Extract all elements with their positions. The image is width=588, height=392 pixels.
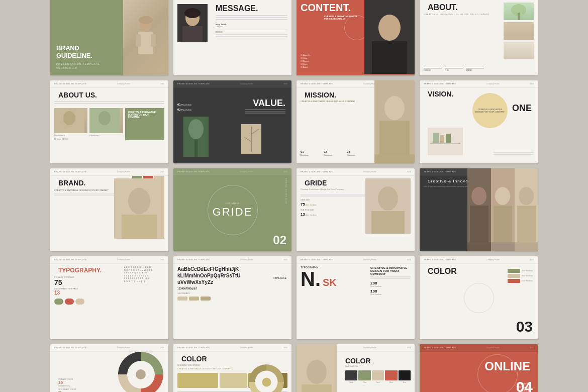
text-line: [494, 151, 534, 152]
col-num: 02: [324, 150, 345, 153]
svg-rect-7: [182, 26, 203, 42]
svg-point-4: [139, 16, 153, 24]
svg-point-8: [184, 8, 201, 18]
swatch-label: User Sardinas: [522, 280, 533, 282]
photo-box: [365, 178, 411, 234]
photo-left: [297, 344, 337, 392]
lbl-3: Sand: [372, 381, 384, 383]
text-lines: [216, 15, 287, 20]
text-line: [494, 152, 534, 153]
company-label: Company Profile: [240, 347, 253, 349]
slide-brand-guideline[interactable]: BRAND GUIDELINE TEMPLATE Company Profile…: [50, 0, 168, 75]
flower-img: [183, 117, 209, 157]
slide-typography-3[interactable]: BRAND GUIDELINE TEMPLATE Company Profile…: [297, 256, 415, 339]
swatch-box: [508, 269, 520, 273]
year-label: 2023: [407, 259, 411, 261]
slide-gride-desc[interactable]: BRAND GUIDELINE TEMPLATE Company Profile…: [297, 168, 415, 251]
slide-content: AaBbCcDdEeFfGgHhIiJjKkLlMmNnOoPpQqRrSsTt…: [173, 264, 291, 303]
slide-photo: [123, 0, 168, 75]
text-right: [245, 108, 285, 115]
circle-center: [136, 369, 146, 379]
photo-box: [114, 178, 164, 239]
circle-outer: [118, 352, 163, 392]
year-label: 2023: [160, 83, 164, 85]
year-label: 2023: [283, 171, 287, 173]
size-row-2: 100 User Sardinas: [370, 289, 411, 296]
right-title: CREATIVE & INNOVATIVE DESIGN FOR YOUR CO…: [128, 111, 161, 119]
photo-right: [364, 0, 415, 74]
plant-box-2: [504, 22, 534, 40]
lbl-5: Noir: [399, 381, 411, 383]
swatch-col-1: [345, 370, 357, 380]
char-grid: A B C D E F G H I J K L M N O P Q R S T …: [124, 266, 164, 283]
company-label: Company Profile: [240, 259, 253, 261]
swatch-box: [508, 274, 520, 278]
text-line: [216, 17, 287, 18]
swatches: [54, 299, 164, 305]
font-name: GRIDE: [213, 205, 253, 218]
col-1: 01 Directions: [301, 150, 322, 156]
slide-color-03[interactable]: BRAND GUIDELINE TEMPLATE Company Profile…: [420, 256, 538, 339]
slide-header: BRAND GUIDELINE TEMPLATE Company Profile…: [420, 344, 538, 352]
svg-rect-30: [433, 133, 439, 143]
svg-rect-47: [517, 206, 536, 242]
slide-about[interactable]: BRAND GUIDELINE TEMPLATE Company Profile…: [420, 0, 538, 75]
slide-gride-font[interactable]: BRAND GUIDELINE TEMPLATE Company Profile…: [173, 168, 291, 251]
company-label: Company Profile: [486, 83, 500, 85]
text-line: [54, 101, 164, 102]
color-labels: Dark Shade Tint: [345, 365, 411, 367]
svg-rect-20: [194, 139, 198, 157]
slide-mission[interactable]: BRAND GUIDELINE TEMPLATE Company Profile…: [297, 80, 415, 163]
slide-color-1[interactable]: BRAND GUIDELINE TEMPLATE Company Profile…: [50, 344, 168, 392]
circle-decoration: CREATIVE & INNOVATIVE DESIGN FOR YOUR CO…: [472, 93, 508, 128]
col-right: Placeholder 2: [89, 108, 123, 140]
swatch-beige: [372, 370, 384, 380]
brand-label: BRAND GUIDELINE TEMPLATE: [177, 83, 210, 85]
swatch-label: User Sardinas: [522, 270, 533, 272]
metric-sub: Auto Sardinas: [306, 204, 317, 206]
year-label: 2023: [160, 171, 164, 173]
svg-rect-27: [379, 121, 410, 154]
slide-header: BRAND GUIDELINE TEMPLATE Company Profile…: [297, 256, 415, 264]
slide-team[interactable]: BRAND GUIDELINE TEMPLATE Company Profile…: [420, 168, 538, 251]
brand-label: BRAND GUIDELINE TEMPLATE: [54, 171, 86, 173]
slide-typography-1[interactable]: BRAND GUIDELINE TEMPLATE Company Profile…: [50, 256, 168, 339]
num-01: 01 Value: [54, 138, 61, 140]
message-title: MESSAGE.: [216, 4, 287, 13]
size-label-1: User Sardinas: [370, 285, 411, 287]
company-label: Company Profile: [486, 347, 500, 349]
circle-center: [262, 377, 271, 386]
metric-num: 75: [301, 202, 305, 207]
size-label-2: User Sardinas: [370, 293, 411, 296]
brand-label: BRAND GUIDELINE TEMPLATE: [301, 259, 333, 261]
slide-color-2[interactable]: BRAND GUIDELINE TEMPLATE Company Profile…: [173, 344, 291, 392]
person-role: Designer: [216, 26, 287, 28]
person-svg-2: [491, 168, 515, 242]
slide-color-3[interactable]: BRAND GUIDELINE TEMPLATE Company Profile…: [297, 344, 415, 392]
slide-message[interactable]: BRAND GUIDELINE TEMPLATE Company Profile…: [173, 0, 291, 75]
list-item-2: 02 Placeholder: [177, 108, 192, 111]
slide-number: 04: [516, 378, 533, 392]
col-2: 02 Resources: [324, 150, 345, 156]
company-label: Company Profile: [117, 171, 130, 173]
slide-value[interactable]: BRAND GUIDELINE TEMPLATE Company Profile…: [173, 80, 291, 163]
svg-point-46: [519, 187, 534, 205]
svg-rect-32: [446, 134, 451, 143]
list-item: 05 Brand: [301, 66, 355, 69]
photo-svg: [54, 108, 84, 133]
slide-about-us[interactable]: BRAND GUIDELINE TEMPLATE Company Profile…: [50, 80, 168, 163]
slide-content-page[interactable]: BRAND GUIDELINE TEMPLATE Company Profile…: [297, 0, 415, 75]
slide-online[interactable]: BRAND GUIDELINE TEMPLATE Company Profile…: [420, 344, 538, 392]
text-line: [245, 109, 285, 110]
slide-vision[interactable]: BRAND GUIDELINE TEMPLATE Company Profile…: [420, 80, 538, 163]
slide-brand[interactable]: BRAND GUIDELINE TEMPLATE Company Profile…: [50, 168, 168, 251]
num-02: 02 Null: [63, 138, 68, 140]
text-line: [370, 276, 411, 277]
svg-point-34: [128, 188, 150, 214]
message-content: MESSAGE. Mary Smith Designer DESIGN: [216, 4, 287, 38]
brand-label: BRAND GUIDELINE TEMPLATE: [177, 347, 210, 349]
brand-label: BRAND GUIDELINE TEMPLATE: [177, 259, 210, 261]
svg-rect-41: [470, 206, 488, 242]
slide-header: BRAND GUIDELINE TEMPLATE Company Profile…: [297, 168, 415, 176]
slide-typography-2[interactable]: BRAND GUIDELINE TEMPLATE Company Profile…: [173, 256, 291, 339]
